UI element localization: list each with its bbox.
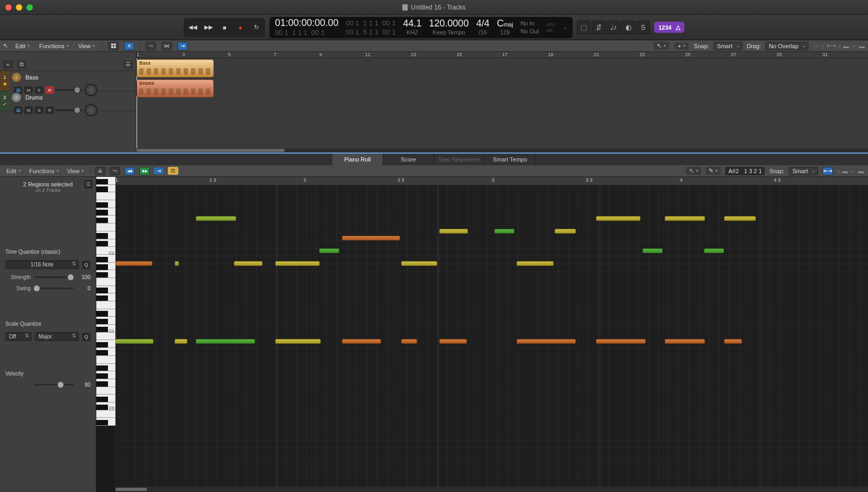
ed-zoom-v-icon[interactable]: ↕ [837,168,840,174]
white-key[interactable] [96,223,115,231]
strength-value[interactable]: 100 [77,274,91,280]
track-mute-button[interactable]: M [24,106,33,114]
black-key[interactable] [96,373,108,379]
add-track-button[interactable]: + [3,60,13,69]
quantize-value-dropdown[interactable]: 1/16 Note [5,260,79,269]
midi-note[interactable] [665,216,705,221]
midi-note[interactable] [319,248,339,253]
forward-button[interactable]: ▶▶ [201,20,216,35]
automation-icon[interactable]: ⤳ [110,167,120,175]
track-solo-button[interactable]: S [35,106,43,114]
edit-menu[interactable]: Edit▾ [13,42,32,50]
midi-note[interactable] [704,248,724,253]
zoom-v-slider[interactable]: ▬ [843,43,849,49]
tool-selector-left[interactable]: ↖ ▾ [654,42,669,50]
solo-icon[interactable]: S [636,21,650,34]
white-key[interactable] [96,333,115,341]
black-key[interactable] [96,272,108,278]
midi-note[interactable] [724,339,742,344]
midi-region[interactable]: Drums [137,79,214,97]
cycle-button[interactable]: ↻ [249,20,264,35]
list-view-icon[interactable]: ≡ [124,42,134,50]
midi-note[interactable] [275,339,321,344]
track-number[interactable]: 2✓ [0,91,10,111]
piano-roll-ruler[interactable]: 11 322 333 344 35 [115,177,868,185]
division[interactable]: /16 [479,29,487,35]
white-key[interactable] [96,356,115,364]
black-key[interactable] [96,397,108,402]
midi-note[interactable] [342,236,400,240]
black-key[interactable] [96,202,108,208]
midi-note[interactable] [724,216,756,221]
sample-rate[interactable]: 44.1 [403,19,422,28]
midi-note[interactable] [401,261,437,266]
lcd-display[interactable]: 01:00:00:00.00 00 1 1 1 1 00 1 00 1 1 1 … [269,17,573,38]
arrange-ruler[interactable]: 13579111315171921232527293133 [137,52,868,58]
automation-curve-icon[interactable]: ⤳ [146,42,156,50]
midi-note[interactable] [555,229,576,234]
editor-functions-menu[interactable]: Functions▾ [27,167,61,175]
swing-slider[interactable] [34,288,74,289]
arrange-canvas[interactable]: BassDrums [137,58,868,148]
midi-note[interactable] [175,261,179,266]
editor-tab[interactable]: Smart Tempo [485,154,536,165]
track-volume-fader[interactable] [56,109,83,111]
editor-snap-dropdown[interactable]: Smart [789,167,818,175]
midi-note[interactable] [275,261,320,266]
view-menu[interactable]: View▾ [76,42,97,50]
master-volume-badge[interactable]: 1234 △ [654,22,684,33]
black-key[interactable] [96,264,108,270]
list-editors-icon[interactable]: ⇵ [592,21,605,34]
black-key[interactable] [96,350,108,355]
midi-note[interactable] [196,216,236,221]
lcd-dropdown-icon[interactable]: ⌄ [563,24,567,31]
scale-state-dropdown[interactable]: Off [5,332,32,341]
piano-roll-scroll-thumb[interactable] [115,488,147,491]
inspector-toggle-icon[interactable]: ☰ [84,180,93,189]
pointer-icon[interactable]: ↖ [3,42,8,49]
zoom-fit-icon[interactable]: ⇤⇥ [827,42,836,49]
black-key[interactable] [96,218,108,223]
editor-tool-left[interactable]: ↖ ▾ [686,167,701,175]
zoom-h-icon[interactable]: ↔ [851,43,857,49]
midi-out-icon[interactable]: ◂● [124,167,135,175]
black-key[interactable] [96,420,108,425]
black-key[interactable] [96,288,108,293]
black-key[interactable] [96,210,108,215]
black-key[interactable] [96,327,108,332]
midi-note[interactable] [401,339,417,344]
white-key[interactable] [96,387,115,395]
midi-in-icon[interactable]: ●▸ [139,167,150,175]
midi-note[interactable] [342,339,381,344]
black-key[interactable] [96,296,108,301]
scale-apply-button[interactable]: Q [82,333,91,341]
mixer-icon[interactable]: ♩♪ [607,21,620,34]
black-key[interactable] [96,179,108,184]
toolbox-icon[interactable]: ⬚ [577,21,591,34]
functions-menu[interactable]: Functions▾ [37,42,71,50]
track-pan-knob[interactable] [85,104,97,117]
midi-note[interactable] [439,229,468,234]
midi-note[interactable] [517,339,576,344]
grid-view-icon[interactable] [108,42,119,50]
zoom-h-slider[interactable]: ▬ [859,43,865,49]
black-key[interactable] [96,257,108,262]
midi-note[interactable] [596,216,640,221]
white-key[interactable] [96,278,115,286]
midi-note[interactable] [596,339,646,344]
editor-tab[interactable]: Score [383,154,434,165]
rewind-button[interactable]: ◀◀ [185,20,200,35]
black-key[interactable] [96,319,108,324]
record-button[interactable]: ● [233,20,248,35]
track-volume-fader[interactable] [56,89,83,91]
black-key[interactable] [96,405,108,410]
midi-note[interactable] [115,261,152,266]
link-icon[interactable]: ⧉ [168,167,178,175]
swing-value[interactable]: 0 [77,285,91,291]
ed-zoom-h-slider[interactable]: ▬ [858,168,864,174]
smpte-time[interactable]: 01:00:00:00.00 [275,18,338,28]
editor-edit-menu[interactable]: Edit▾ [4,167,23,175]
catch-icon[interactable]: ⇥ [154,167,164,174]
track-record-button[interactable]: R [46,106,54,114]
tuner-icon[interactable]: ◐ [621,21,635,34]
